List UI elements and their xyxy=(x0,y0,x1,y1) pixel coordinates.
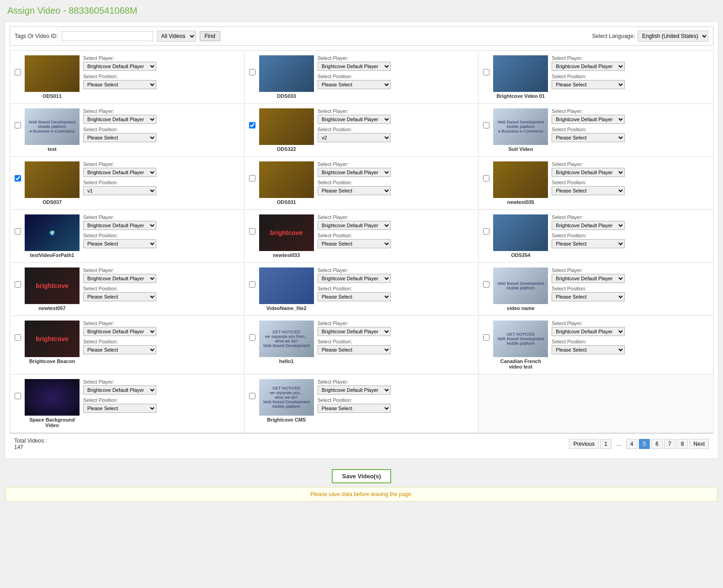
player-select[interactable]: Brightcove Default Player xyxy=(83,168,156,177)
position-select[interactable]: Please Selectv1v2 xyxy=(83,80,156,89)
position-label: Select Position: xyxy=(552,286,708,291)
video-controls: Select Player: Brightcove Default Player… xyxy=(318,267,474,301)
video-checkbox-ods011[interactable] xyxy=(15,69,21,75)
video-controls: Select Player: Brightcove Default Player… xyxy=(318,321,474,354)
video-checkbox-bc-cms[interactable] xyxy=(249,393,255,399)
player-select[interactable]: Brightcove Default Player xyxy=(83,115,156,124)
position-select[interactable]: Please Selectv1v2 xyxy=(552,292,625,301)
position-select[interactable]: Please Selectv1v2 xyxy=(318,292,391,301)
player-select[interactable]: Brightcove Default Player xyxy=(552,327,625,336)
video-checkbox-bc-beacon[interactable] xyxy=(15,334,21,341)
pagination-page-8[interactable]: 8 xyxy=(677,439,688,449)
total-videos-section: Total Videos : 147 xyxy=(14,438,47,450)
pagination-page-6[interactable]: 6 xyxy=(651,439,663,449)
position-select[interactable]: Please Selectv1v2 xyxy=(552,345,625,354)
player-select[interactable]: Brightcove Default Player xyxy=(83,274,156,283)
video-thumbnail: GET NOTICEDWeb Based DevelopmentMobile p… xyxy=(493,321,548,357)
position-select[interactable]: Please Selectv1v2 xyxy=(318,80,391,89)
player-label: Select Player: xyxy=(552,161,708,167)
video-controls: Select Player: Brightcove Default Player… xyxy=(83,55,239,89)
save-videos-button[interactable]: Save Video(s) xyxy=(332,469,391,483)
position-select-v1[interactable]: Please Selectv1v2 xyxy=(83,186,156,195)
position-select[interactable]: Please Selectv1v2 xyxy=(83,404,156,413)
video-cell: 🌍 testVideoForPath1 Select Player: Brigh… xyxy=(10,210,245,262)
position-select[interactable]: Please Selectv1v2 xyxy=(552,239,625,248)
position-select[interactable]: Please Selectv1v2 xyxy=(83,345,156,354)
pagination-page-4[interactable]: 4 xyxy=(626,439,638,449)
video-checkbox-ods037[interactable] xyxy=(15,175,21,182)
player-select[interactable]: Brightcove Default Player xyxy=(552,115,625,124)
find-button[interactable]: Find xyxy=(200,31,220,41)
player-label: Select Player: xyxy=(552,214,708,220)
player-select[interactable]: Brightcove Default Player xyxy=(83,327,156,336)
video-thumb-newtest035: newtest035 xyxy=(493,161,548,205)
position-select-v2[interactable]: Please Selectv1v2 xyxy=(318,133,391,142)
video-checkbox-testvideo[interactable] xyxy=(15,228,21,235)
pagination-previous[interactable]: Previous xyxy=(569,439,599,449)
video-cell: Space Background Video Select Player: Br… xyxy=(10,374,245,433)
video-thumbnail: brightcove xyxy=(25,321,80,357)
player-select[interactable]: Brightcove Default Player xyxy=(83,221,156,230)
player-select[interactable]: Brightcove Default Player xyxy=(318,327,391,336)
position-label: Select Position: xyxy=(552,127,708,132)
position-select[interactable]: Please Selectv1v2 xyxy=(318,404,391,413)
language-select[interactable]: English (United States) xyxy=(638,31,708,42)
video-label: ODS031 xyxy=(259,199,314,205)
video-controls: Select Player: Brightcove Default Player… xyxy=(83,379,239,413)
player-select[interactable]: Brightcove Default Player xyxy=(83,62,156,71)
video-thumbnail xyxy=(25,161,80,198)
video-label: test xyxy=(25,146,80,152)
video-checkbox-ods033[interactable] xyxy=(249,69,255,75)
position-select[interactable]: Please Selectv1v2 xyxy=(318,345,391,354)
position-select[interactable]: Please Selectv1v2 xyxy=(552,186,625,195)
player-select[interactable]: Brightcove Default Player xyxy=(318,274,391,283)
video-thumbnail: Web Based DevelopmentMobile platform xyxy=(493,267,548,304)
video-checkbox-ods322[interactable] xyxy=(249,122,255,128)
position-select[interactable]: Please Selectv1v2 xyxy=(318,239,391,248)
player-label: Select Player: xyxy=(318,214,474,220)
search-input[interactable] xyxy=(62,31,153,41)
player-label: Select Player: xyxy=(318,267,474,273)
video-checkbox-brightcove-video-01[interactable] xyxy=(483,69,489,75)
position-label: Select Position: xyxy=(318,339,474,344)
pagination-page-5[interactable]: 5 xyxy=(639,439,650,449)
video-checkbox-test[interactable] xyxy=(15,122,21,128)
video-checkbox-newtest035[interactable] xyxy=(483,175,489,182)
position-select[interactable]: Please Selectv1v2 xyxy=(318,186,391,195)
video-checkbox-ods354[interactable] xyxy=(483,228,489,235)
video-checkbox-newtest057[interactable] xyxy=(15,281,21,288)
player-select[interactable]: Brightcove Default Player xyxy=(318,115,391,124)
video-row: brightcove Brightcove Beacon Select Play… xyxy=(10,316,713,374)
video-checkbox-videoname-file2[interactable] xyxy=(249,281,255,288)
video-checkbox-hello1[interactable] xyxy=(249,334,255,341)
position-label: Select Position: xyxy=(83,339,239,344)
player-select[interactable]: Brightcove Default Player xyxy=(552,62,625,71)
player-select[interactable]: Brightcove Default Player xyxy=(552,274,625,283)
video-checkbox-space-bg[interactable] xyxy=(15,393,21,399)
position-select[interactable]: Please Selectv1v2 xyxy=(552,80,625,89)
position-select[interactable]: Please Selectv1v2 xyxy=(83,133,156,142)
player-select[interactable]: Brightcove Default Player xyxy=(552,221,625,230)
pagination-next[interactable]: Next xyxy=(689,439,709,449)
video-checkbox-ods031[interactable] xyxy=(249,175,255,182)
player-select[interactable]: Brightcove Default Player xyxy=(83,385,156,395)
video-thumb-testvideo: 🌍 testVideoForPath1 xyxy=(25,214,80,258)
position-select[interactable]: Please Selectv1v2 xyxy=(552,133,625,142)
pagination-page-1[interactable]: 1 xyxy=(600,439,611,449)
player-select[interactable]: Brightcove Default Player xyxy=(318,168,391,177)
player-select[interactable]: Brightcove Default Player xyxy=(318,221,391,230)
player-select[interactable]: Brightcove Default Player xyxy=(318,385,391,395)
position-select[interactable]: Please Selectv1v2 xyxy=(83,292,156,301)
video-checkbox-newtest033[interactable] xyxy=(249,228,255,235)
pagination-page-7[interactable]: 7 xyxy=(664,439,675,449)
video-checkbox-videoname[interactable] xyxy=(483,281,489,288)
position-select[interactable]: Please Selectv1v2 xyxy=(83,239,156,248)
player-select[interactable]: Brightcove Default Player xyxy=(318,62,391,71)
player-select[interactable]: Brightcove Default Player xyxy=(552,168,625,177)
filter-select[interactable]: All Videos xyxy=(157,31,196,42)
player-label: Select Player: xyxy=(552,55,708,61)
video-checkbox-canadian-french[interactable] xyxy=(483,334,489,341)
position-label: Select Position: xyxy=(83,397,239,403)
video-label: newtest033 xyxy=(259,252,314,258)
video-checkbox-suit-video[interactable] xyxy=(483,122,489,128)
